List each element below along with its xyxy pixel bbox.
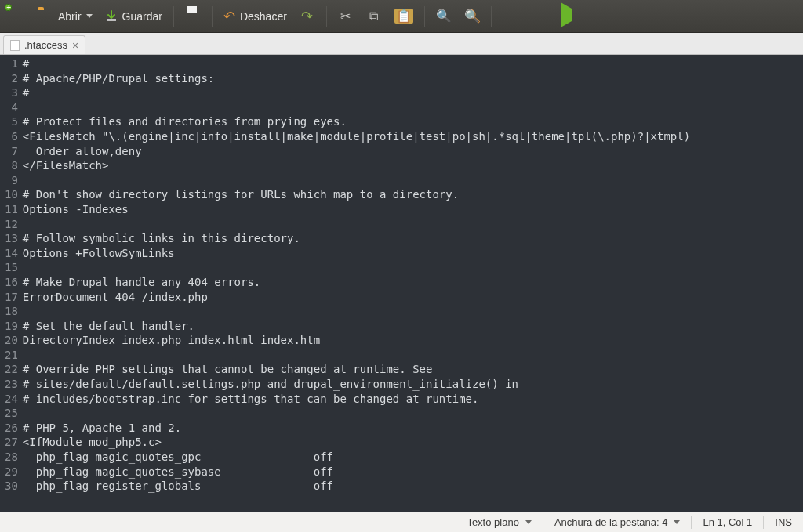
redo-button[interactable]: ↷ (295, 4, 320, 29)
play-macro-button[interactable] (554, 4, 580, 29)
undo-icon: ↶ (223, 9, 235, 24)
status-language[interactable]: Texto plano (456, 516, 543, 528)
status-cursor-position: Ln 1, Col 1 (692, 516, 763, 528)
redo-icon: ↷ (301, 9, 313, 24)
code-area[interactable]: # # Apache/PHP/Drupal settings: # # Prot… (21, 55, 803, 512)
undo-label: Deshacer (240, 10, 287, 23)
open-label: Abrir (58, 10, 82, 23)
copy-icon: ⧉ (369, 9, 378, 24)
folder-open-icon (38, 9, 53, 24)
clipboard-icon: 📋 (394, 9, 413, 24)
toolbar-separator (212, 6, 213, 27)
status-tab-width[interactable]: Anchura de la pestaña: 4 (543, 516, 692, 528)
tab-label: .htaccess (24, 39, 67, 51)
toolbar: Abrir Guardar ↶ Deshacer ↷ ✂ ⧉ 📋 🔍 🔍 (0, 0, 803, 33)
status-insert-mode[interactable]: INS (764, 516, 803, 528)
save-button[interactable]: Guardar (100, 4, 167, 29)
status-cursor-label: Ln 1, Col 1 (703, 516, 752, 528)
search-icon: 🔍 (436, 9, 452, 24)
toolbar-separator (326, 6, 327, 27)
status-language-label: Texto plano (467, 516, 519, 528)
file-icon (10, 40, 20, 51)
toolbar-separator (424, 6, 425, 27)
status-bar: Texto plano Anchura de la pestaña: 4 Ln … (0, 512, 803, 532)
save-icon (105, 10, 118, 23)
line-number-gutter: 1 2 3 4 5 6 7 8 9 10 11 12 13 14 15 16 1… (0, 55, 21, 512)
copy-button[interactable]: ⧉ (362, 4, 387, 29)
chevron-down-icon (86, 14, 93, 18)
toolbar-separator (173, 6, 174, 27)
cut-button[interactable]: ✂ (333, 4, 358, 29)
record-icon (503, 9, 518, 24)
search-replace-icon: 🔍 (464, 9, 480, 24)
tab-bar: .htaccess × (0, 33, 803, 55)
find-button[interactable]: 🔍 (431, 4, 456, 29)
close-tab-button[interactable]: × (72, 39, 78, 52)
paste-button[interactable]: 📋 (390, 4, 418, 29)
status-tabwidth-label: Anchura de la pestaña: 4 (554, 516, 668, 528)
save-label: Guardar (122, 10, 162, 23)
undo-button[interactable]: ↶ Deshacer (219, 4, 292, 29)
status-insert-label: INS (775, 516, 792, 528)
printer-icon (185, 9, 201, 24)
chevron-down-icon (674, 520, 680, 524)
tab-htaccess[interactable]: .htaccess × (3, 35, 85, 54)
stop-icon (531, 9, 547, 24)
toolbar-separator (491, 6, 492, 27)
stop-macro-button[interactable] (526, 4, 551, 29)
new-file-button[interactable] (5, 4, 30, 29)
play-icon (559, 9, 575, 24)
chevron-down-icon (525, 520, 532, 524)
editor[interactable]: 1 2 3 4 5 6 7 8 9 10 11 12 13 14 15 16 1… (0, 55, 803, 512)
scissors-icon: ✂ (340, 9, 351, 24)
find-replace-button[interactable]: 🔍 (460, 4, 485, 29)
open-button[interactable]: Abrir (33, 4, 97, 29)
new-file-icon (9, 9, 25, 24)
record-macro-button[interactable] (498, 4, 523, 29)
svg-rect-0 (107, 19, 116, 21)
print-button[interactable] (180, 4, 205, 29)
